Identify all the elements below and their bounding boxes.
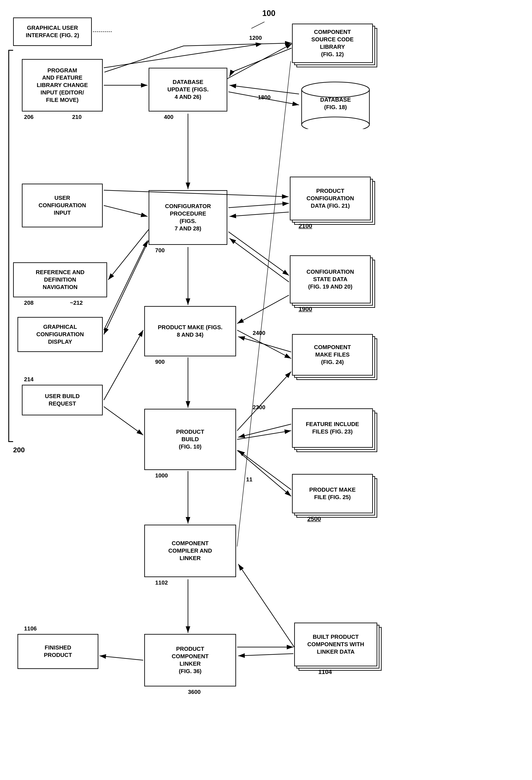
svg-line-39 bbox=[237, 61, 291, 546]
svg-line-16 bbox=[104, 240, 148, 330]
component-make-files-box: COMPONENTMAKE FILES(FIG. 24) bbox=[292, 334, 373, 376]
program-feature-box: PROGRAMAND FEATURELIBRARY CHANGEINPUT (E… bbox=[22, 59, 103, 111]
svg-line-29 bbox=[228, 232, 289, 276]
ref-1000: 1000 bbox=[155, 472, 168, 479]
svg-line-10 bbox=[104, 44, 262, 68]
svg-line-26 bbox=[230, 85, 299, 94]
feature-include-files-box: FEATURE INCLUDEFILES (FIG. 23) bbox=[292, 408, 373, 448]
database-update-box: DATABASEUPDATE (FIGS.4 AND 26) bbox=[149, 68, 227, 111]
ref-def-nav-box: REFERENCE ANDDEFINITIONNAVIGATION bbox=[13, 262, 107, 297]
svg-line-18 bbox=[104, 407, 143, 435]
svg-line-15 bbox=[104, 240, 149, 335]
svg-line-42 bbox=[238, 654, 293, 656]
ref-208: 208 bbox=[24, 299, 34, 306]
graphical-config-display-box: GRAPHICALCONFIGURATIONDISPLAY bbox=[17, 317, 103, 352]
svg-line-38 bbox=[238, 450, 291, 490]
figure-number-100: 100 bbox=[262, 9, 276, 18]
svg-line-34 bbox=[237, 372, 291, 431]
finished-product-box: FINISHEDPRODUCT bbox=[17, 634, 98, 669]
ref-1200: 1200 bbox=[249, 35, 262, 41]
ref-212: ~212 bbox=[70, 299, 83, 306]
built-product-components-box: BUILT PRODUCTCOMPONENTS WITHLINKER DATA bbox=[294, 623, 377, 666]
product-component-linker-box: PRODUCTCOMPONENTLINKER(FIG. 36) bbox=[144, 634, 236, 686]
ref-11: 11 bbox=[246, 476, 252, 483]
svg-line-31 bbox=[237, 295, 289, 324]
ref-1104: 1104 bbox=[318, 669, 332, 676]
ref-2500: 2500 bbox=[307, 516, 321, 523]
ref-1106: 1106 bbox=[24, 625, 37, 632]
ref-700: 700 bbox=[155, 247, 164, 254]
svg-line-24 bbox=[99, 656, 143, 660]
ref-1800: 1800 bbox=[258, 94, 271, 101]
ref-214: 214 bbox=[24, 376, 34, 383]
ref-900: 900 bbox=[155, 358, 164, 365]
component-source-code-library-box: COMPONENTSOURCE CODELIBRARY(FIG. 12) bbox=[292, 23, 373, 63]
svg-line-28 bbox=[230, 212, 289, 216]
ref-206: 206 bbox=[24, 114, 34, 120]
svg-line-12 bbox=[104, 205, 148, 216]
product-config-data-box: PRODUCTCONFIGURATIONDATA (FIG. 21) bbox=[290, 177, 371, 221]
svg-line-30 bbox=[230, 238, 289, 282]
configurator-procedure-box: CONFIGURATORPROCEDURE(FIGS.7 AND 28) bbox=[149, 190, 227, 245]
svg-line-14 bbox=[108, 230, 149, 280]
user-config-box: USERCONFIGURATIONINPUT bbox=[22, 184, 103, 227]
svg-line-36 bbox=[238, 424, 291, 437]
svg-line-33 bbox=[238, 337, 291, 352]
component-compiler-linker-box: COMPONENTCOMPILER ANDLINKER bbox=[144, 525, 236, 577]
ref-3600: 3600 bbox=[188, 689, 201, 695]
ref-2300: 2300 bbox=[253, 404, 265, 411]
ref-210: 210 bbox=[72, 114, 82, 120]
svg-line-37 bbox=[237, 450, 291, 496]
svg-line-7 bbox=[251, 22, 264, 29]
ref-1900: 1900 bbox=[299, 306, 312, 312]
product-build-box: PRODUCTBUILD(FIG. 10) bbox=[144, 409, 236, 470]
svg-line-27 bbox=[228, 203, 289, 208]
product-make-file-box: PRODUCT MAKEFILE (FIG. 25) bbox=[292, 474, 373, 513]
product-make-box: PRODUCT MAKE (FIGS.8 AND 34) bbox=[144, 306, 236, 356]
ref-400: 400 bbox=[164, 114, 173, 120]
svg-line-40 bbox=[238, 564, 294, 647]
svg-line-11 bbox=[227, 44, 292, 79]
svg-line-17 bbox=[104, 330, 143, 400]
user-build-request-box: USER BUILDREQUEST bbox=[22, 385, 103, 416]
gui-box: GRAPHICAL USER INTERFACE (FIG. 2) bbox=[13, 17, 92, 46]
config-state-data-box: CONFIGURATIONSTATE DATA(FIG. 19 AND 20) bbox=[290, 255, 371, 303]
ref-2100: 2100 bbox=[299, 223, 312, 230]
ref-2400: 2400 bbox=[253, 330, 265, 336]
svg-line-35 bbox=[237, 431, 291, 439]
database-cylinder: DATABASE(FIG. 18) bbox=[299, 81, 372, 129]
diagram-container: 100 GRAPHICAL USER INTERFACE (FIG. 2) PR… bbox=[0, 0, 532, 780]
ref-200: 200 bbox=[13, 446, 25, 454]
ref-1102: 1102 bbox=[155, 579, 168, 586]
